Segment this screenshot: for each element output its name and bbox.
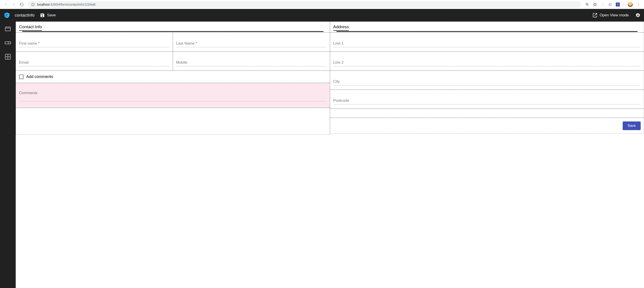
line1-label: Line 1	[333, 41, 641, 46]
last-name-label: Last Name *	[176, 41, 326, 46]
extension-a-icon[interactable]: A	[608, 2, 612, 6]
open-view-mode-label: Open View mode	[600, 13, 629, 18]
address-header-cell[interactable]: Address	[330, 22, 644, 32]
email-input[interactable]	[19, 66, 170, 66]
svg-text:A: A	[610, 4, 610, 6]
site-info-icon[interactable]	[31, 2, 35, 6]
city-input[interactable]	[333, 85, 641, 86]
left-empty-cell[interactable]	[16, 108, 330, 135]
add-comments-cell[interactable]: Add comments	[16, 70, 330, 83]
app-title: contactInfo	[15, 13, 34, 18]
line2-input[interactable]	[333, 66, 641, 66]
last-name-input[interactable]	[176, 47, 326, 47]
profile-avatar[interactable]	[628, 2, 633, 7]
first-name-cell[interactable]: First name *	[16, 32, 173, 52]
svg-line-4	[588, 5, 589, 6]
app-header: contactInfo Save Open View mode	[0, 9, 644, 22]
last-name-cell[interactable]: Last Name *	[173, 32, 330, 52]
url-text: localhost:4200/#/form/contactInfo/123/ed…	[37, 3, 96, 6]
postcode-input[interactable]	[333, 104, 641, 104]
line1-cell[interactable]: Line 1	[330, 32, 644, 52]
address-bar[interactable]: localhost:4200/#/form/contactInfo/123/ed…	[28, 1, 581, 8]
address-title: Address	[333, 24, 349, 31]
save-icon	[40, 13, 45, 18]
city-label: City	[333, 79, 641, 84]
comments-textarea[interactable]	[19, 101, 326, 101]
svg-point-8	[601, 3, 604, 6]
svg-rect-17	[6, 27, 10, 31]
contact-info-rule	[22, 31, 324, 32]
left-rail	[0, 22, 16, 288]
comments-label: Comments	[19, 91, 326, 95]
postcode-label: Postcode	[333, 98, 641, 103]
right-empty-cell[interactable]	[330, 109, 644, 118]
zoom-icon[interactable]	[585, 2, 589, 6]
email-cell[interactable]: Email	[16, 52, 173, 70]
add-comments-label: Add comments	[26, 74, 53, 79]
save-button[interactable]: Save	[38, 12, 57, 18]
app-logo-icon	[4, 12, 10, 18]
save-button-cell[interactable]: Save	[330, 118, 644, 134]
city-cell[interactable]: City	[330, 70, 644, 90]
rail-grid-icon[interactable]	[4, 53, 12, 60]
contact-info-header-cell[interactable]: Contact Info	[16, 22, 330, 32]
mobile-label: Mobile	[176, 60, 326, 65]
svg-rect-14	[6, 14, 8, 14]
postcode-cell[interactable]: Postcode	[330, 90, 644, 109]
line1-input[interactable]	[333, 47, 641, 47]
email-label: Email	[19, 60, 170, 65]
reload-icon[interactable]	[20, 2, 24, 6]
line2-label: Line 2	[333, 60, 641, 65]
address-rule	[336, 31, 638, 32]
add-comments-checkbox[interactable]	[19, 75, 24, 79]
line2-cell[interactable]: Line 2	[330, 52, 644, 70]
extension-circle-icon[interactable]	[600, 2, 604, 6]
svg-marker-7	[593, 3, 596, 6]
rail-input-icon[interactable]	[4, 39, 12, 46]
browser-toolbar: localhost:4200/#/form/contactInfo/123/ed…	[0, 0, 644, 9]
settings-gear-icon[interactable]	[636, 13, 640, 18]
save-button-label: Save	[47, 13, 56, 18]
svg-rect-19	[5, 42, 11, 44]
open-in-new-icon	[592, 13, 598, 18]
svg-point-13	[638, 6, 638, 6]
kebab-menu-icon[interactable]	[636, 2, 640, 6]
svg-point-11	[638, 3, 638, 3]
open-view-mode-button[interactable]: Open View mode	[591, 12, 630, 18]
svg-rect-16	[6, 16, 7, 16]
right-column: Address Line 1 Line 2 City Postcode	[330, 22, 644, 288]
first-name-input[interactable]	[19, 47, 170, 47]
extension-badge-icon[interactable]: i	[616, 2, 620, 6]
forward-icon[interactable]	[12, 2, 16, 6]
mobile-cell[interactable]: Mobile	[173, 52, 330, 70]
left-column: Contact Info First name * Last Name * Em…	[16, 22, 330, 288]
svg-rect-15	[6, 15, 8, 16]
svg-point-12	[638, 4, 638, 4]
back-icon[interactable]	[4, 2, 8, 6]
first-name-label: First name *	[19, 41, 170, 46]
bookmark-star-icon[interactable]	[593, 2, 597, 6]
form-save-button[interactable]: Save	[623, 122, 641, 130]
comments-cell[interactable]: Comments	[16, 83, 330, 108]
rail-window-icon[interactable]	[4, 25, 12, 33]
mobile-input[interactable]	[176, 66, 326, 66]
form-canvas: Contact Info First name * Last Name * Em…	[16, 22, 644, 288]
contact-info-title: Contact Info	[19, 24, 42, 31]
